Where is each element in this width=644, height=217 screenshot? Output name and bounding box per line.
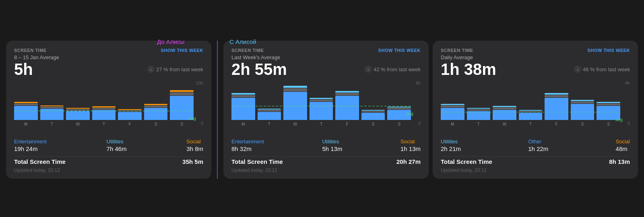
day-label: S — [180, 122, 183, 126]
day-label: F — [346, 122, 349, 126]
bar-gray — [493, 107, 516, 110]
bar-stack-2-1 — [258, 109, 281, 120]
day-label: W — [293, 122, 297, 126]
cat-value-3-0: 2h 21m — [441, 145, 461, 152]
bar-teal — [387, 107, 411, 107]
avg-label-1: avg — [189, 116, 196, 121]
day-label: T — [320, 122, 322, 126]
bar-teal — [310, 98, 333, 99]
bar-stack-2-0 — [231, 93, 255, 120]
bar-gray — [310, 99, 333, 101]
label-with: С Алисой — [229, 38, 256, 45]
divider-2 — [231, 156, 421, 157]
cat-name-3-1: Other — [528, 138, 548, 145]
show-week-2[interactable]: SHOW THIS WEEK — [378, 48, 421, 53]
zero-label-1: 0 — [201, 121, 203, 126]
bar-group-2-0: M — [231, 93, 255, 126]
cards-container: SCREEN TIME SHOW THIS WEEK 8 – 15 Jan Av… — [0, 41, 644, 179]
bar-blue — [335, 96, 359, 120]
updated-2: Updated today, 20:12 — [231, 167, 421, 173]
card-3: SCREEN TIME SHOW THIS WEEK Daily Average… — [433, 41, 638, 179]
day-label: S — [398, 122, 400, 126]
day-label: W — [503, 122, 506, 126]
bar-group-2-5: S — [361, 110, 385, 126]
zero-label-3: 0 — [627, 121, 630, 126]
bar-group-1-6: S — [170, 90, 194, 126]
bar-gray — [144, 105, 168, 107]
cat-value-2-1: 5h 13m — [322, 145, 342, 152]
bar-gray — [387, 108, 411, 110]
category-row-3: Utilities 2h 21m Other 1h 22m Social 48m — [441, 138, 630, 152]
period-2: Last Week's Average — [231, 54, 421, 60]
change-text-2: 42 % from last week — [374, 66, 421, 72]
day-label: W — [76, 122, 80, 126]
day-label: F — [555, 122, 558, 126]
day-label: T — [103, 122, 105, 126]
bar-group-2-3: T — [310, 98, 333, 126]
chart-max-2: 6h — [416, 81, 421, 85]
cat-social-2: Social 1h 13m — [400, 138, 421, 152]
bar-teal — [258, 109, 281, 110]
main-time-row-2: 2h 55m ↓ 42 % from last week — [231, 61, 421, 77]
change-text-3: 48 % from last week — [583, 66, 630, 72]
bar-group-3-6: S — [597, 102, 620, 126]
bar-gray — [14, 103, 38, 105]
period-1: 8 – 15 Jan Average — [14, 54, 203, 60]
total-row-3: Total Screen Time 8h 13m — [441, 158, 630, 165]
day-label: M — [451, 122, 454, 126]
bars-1: M T W — [14, 86, 203, 126]
cat-value-2-0: 8h 32m — [231, 145, 264, 152]
bar-group-3-2: W — [493, 106, 516, 126]
show-week-3[interactable]: SHOW THIS WEEK — [588, 48, 630, 53]
screen-time-label-2: SCREEN TIME — [231, 48, 264, 53]
bar-stack-3-1 — [467, 108, 491, 120]
cat-utilities-1: Utilities 7h 46m — [107, 138, 127, 152]
bar-orange — [118, 109, 142, 110]
bar-gray — [92, 108, 116, 110]
vertical-divider — [217, 41, 218, 179]
bar-group-1-4: F — [118, 109, 142, 126]
day-label: F — [129, 122, 131, 126]
total-label-2: Total Screen Time — [231, 158, 283, 165]
avg-line-3 — [441, 112, 620, 113]
bar-gray — [467, 109, 491, 111]
updated-1: Updated today, 20:12 — [14, 167, 203, 173]
bar-group-3-5: S — [571, 100, 594, 126]
bar-gray — [283, 88, 307, 91]
bar-group-3-4: F — [545, 93, 568, 126]
avg-label-2: avg — [406, 111, 413, 116]
cat-name-2-0: Entertainment — [231, 138, 264, 145]
day-label: S — [607, 122, 610, 126]
card-1: SCREEN TIME SHOW THIS WEEK 8 – 15 Jan Av… — [6, 41, 211, 179]
updated-3: Updated today, 20:12 — [441, 167, 630, 173]
bar-gray — [170, 92, 194, 95]
bar-blue — [545, 98, 568, 120]
bar-teal — [335, 91, 359, 93]
period-3: Daily Average — [441, 54, 630, 60]
main-time-3: 1h 38m — [441, 61, 496, 77]
bar-group-2-1: T — [258, 109, 281, 126]
zero-label-2: 0 — [418, 121, 421, 126]
bar-group-3-1: T — [467, 108, 491, 126]
bar-stack-3-5 — [571, 100, 594, 120]
bar-orange — [66, 108, 90, 109]
change-text-1: 27 % from last week — [156, 66, 203, 72]
bar-teal — [519, 110, 543, 111]
divider-3 — [441, 156, 630, 157]
bar-group-3-0: M — [441, 104, 464, 126]
down-arrow-1: ↓ — [147, 66, 155, 73]
bar-gray — [545, 95, 568, 97]
bar-stack-3-2 — [493, 106, 516, 120]
cat-name-1-0: Entertainment — [14, 138, 47, 145]
chart-max-1: 10h — [196, 81, 203, 85]
bar-teal — [283, 86, 307, 88]
total-row-1: Total Screen Time 35h 5m — [14, 158, 203, 165]
avg-label-3: avg — [615, 117, 623, 122]
bar-stack-1-2 — [66, 108, 90, 120]
change-indicator-2: ↓ 42 % from last week — [365, 66, 421, 73]
bar-blue — [310, 102, 333, 120]
bar-group-2-4: F — [335, 91, 359, 126]
screen-time-label-3: SCREEN TIME — [441, 48, 473, 53]
cat-utilities-2: Utilities 5h 13m — [322, 138, 342, 152]
show-week-1[interactable]: SHOW THIS WEEK — [161, 48, 203, 53]
